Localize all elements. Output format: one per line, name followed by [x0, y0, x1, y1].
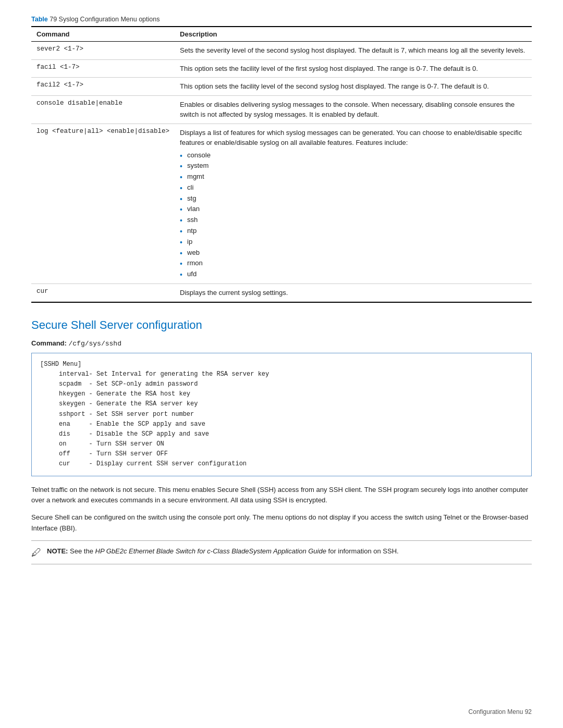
note-text-before: See the [68, 547, 95, 555]
table-cell-command: sever2 <1-7> [31, 42, 175, 60]
table-row: curDisplays the current syslog settings. [31, 284, 532, 302]
note-box: 🖊 NOTE: See the HP GbE2c Ethernet Blade … [31, 540, 532, 564]
bullet-item: ip [180, 237, 527, 248]
table-cell-command: cur [31, 284, 175, 302]
body-para-2: Secure Shell can be configured on the sw… [31, 512, 532, 534]
bullet-item: ntp [180, 226, 527, 237]
bullet-item: mgmt [180, 171, 527, 182]
table-cell-description: This option sets the facility level of t… [175, 78, 532, 96]
command-value: /cfg/sys/sshd [69, 340, 121, 348]
table-cell-description: This option sets the facility level of t… [175, 59, 532, 78]
bullet-item: rmon [180, 258, 527, 269]
bullet-item: ssh [180, 215, 527, 226]
table-cell-command: facil <1-7> [31, 59, 175, 78]
body-para-1: Telnet traffic on the network is not sec… [31, 485, 532, 507]
command-label: Command: [31, 339, 67, 347]
table-cell-command: log <feature|all> <enable|disable> [31, 124, 175, 284]
table-row: facil <1-7>This option sets the facility… [31, 59, 532, 78]
table-word: Table [31, 16, 48, 23]
table-cell-description: Sets the severity level of the second sy… [175, 42, 532, 60]
bullet-item: stg [180, 193, 527, 204]
col-description: Description [175, 27, 532, 42]
table-cell-description: Enables or disables delivering syslog me… [175, 95, 532, 124]
syslog-config-table: Command Description sever2 <1-7>Sets the… [31, 26, 532, 303]
bullet-item: cli [180, 182, 527, 193]
table-num: 79 [50, 16, 57, 23]
sshd-menu-box: [SSHD Menu] interval- Set Interval for g… [31, 353, 532, 476]
note-text-content: NOTE: See the HP GbE2c Ethernet Blade Sw… [47, 546, 399, 557]
table-row: console disable|enableEnables or disable… [31, 95, 532, 124]
bullet-item: system [180, 161, 527, 171]
table-row: facil2 <1-7>This option sets the facilit… [31, 78, 532, 96]
note-label: NOTE: [47, 547, 68, 555]
table-row: log <feature|all> <enable|disable>Displa… [31, 124, 532, 284]
table-caption: Table 79 Syslog Configuration Menu optio… [31, 16, 532, 23]
table-caption-rest: Syslog Configuration Menu options [59, 16, 160, 23]
note-italic: HP GbE2c Ethernet Blade Switch for c-Cla… [95, 547, 326, 555]
bullet-item: vlan [180, 204, 527, 215]
table-cell-description: Displays a list of features for which sy… [175, 124, 532, 284]
table-cell-command: console disable|enable [31, 95, 175, 124]
section-heading: Secure Shell Server configuration [31, 318, 532, 332]
table-cell-command: facil2 <1-7> [31, 78, 175, 96]
bullet-item: web [180, 248, 527, 258]
col-command: Command [31, 27, 175, 42]
bullet-item: ufd [180, 269, 527, 280]
page-footer: Configuration Menu 92 [469, 708, 532, 715]
command-line: Command: /cfg/sys/sshd [31, 339, 532, 348]
bullet-item: console [180, 150, 527, 161]
table-row: sever2 <1-7>Sets the severity level of t… [31, 42, 532, 60]
note-icon: 🖊 [31, 547, 42, 559]
table-cell-description: Displays the current syslog settings. [175, 284, 532, 302]
note-text-after: for information on SSH. [326, 547, 399, 555]
